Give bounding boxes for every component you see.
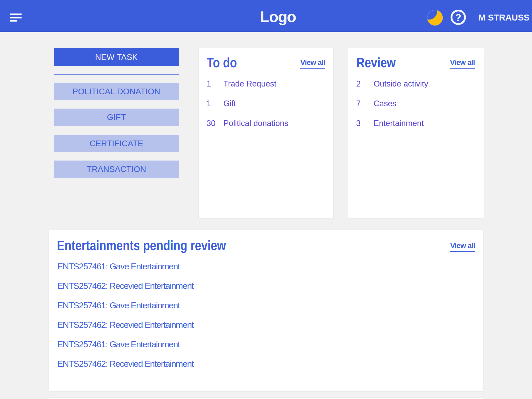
svg-text:?: ? xyxy=(455,12,461,23)
